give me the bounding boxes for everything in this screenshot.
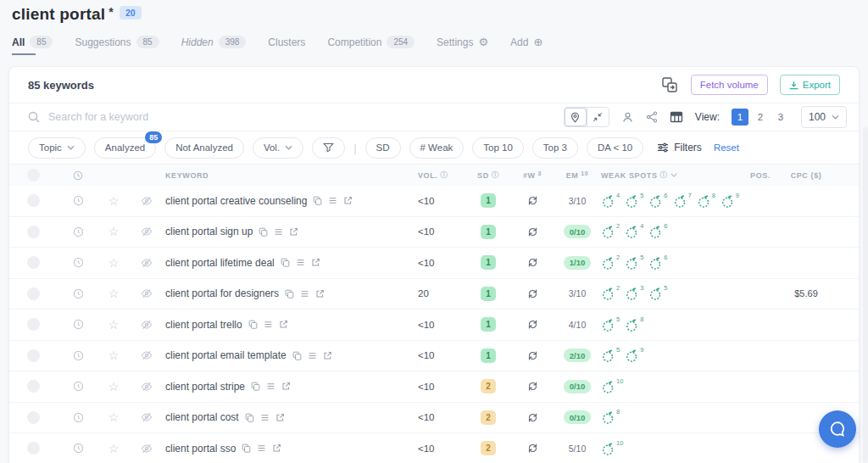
hide-icon[interactable] bbox=[141, 349, 153, 361]
weak-spot-fruit-icon[interactable]: 5 bbox=[601, 348, 620, 363]
serp-list-icon[interactable] bbox=[300, 289, 309, 298]
star-icon[interactable]: ☆ bbox=[108, 226, 120, 237]
serp-list-icon[interactable] bbox=[266, 382, 275, 391]
history-icon[interactable] bbox=[73, 288, 84, 299]
row-checkbox[interactable] bbox=[27, 226, 40, 238]
filter-chip-da-10[interactable]: DA < 10 bbox=[587, 137, 643, 159]
copy-icon[interactable] bbox=[242, 443, 251, 453]
weak-spot-fruit-icon[interactable]: 2 bbox=[601, 255, 620, 271]
weak-spot-fruit-icon[interactable]: 5 bbox=[625, 193, 643, 209]
export-button[interactable]: Export bbox=[780, 75, 840, 95]
history-icon[interactable] bbox=[73, 412, 84, 423]
col-header-weak-spots[interactable]: WEAK SPOTSⓘ bbox=[601, 170, 720, 181]
star-icon[interactable]: ☆ bbox=[108, 443, 120, 455]
filter-chip-funnel[interactable] bbox=[312, 137, 345, 159]
refresh-icon[interactable] bbox=[527, 443, 538, 454]
tab-settings[interactable]: Settings⚙ bbox=[437, 36, 488, 60]
star-icon[interactable]: ☆ bbox=[108, 195, 120, 207]
col-header-position[interactable]: POS. bbox=[720, 171, 771, 180]
star-icon[interactable]: ☆ bbox=[108, 319, 120, 331]
history-icon[interactable] bbox=[73, 443, 84, 454]
tab-competition[interactable]: Competition254 bbox=[327, 36, 415, 60]
copy-icon[interactable] bbox=[251, 382, 260, 391]
serp-list-icon[interactable] bbox=[274, 227, 283, 237]
external-link-icon[interactable] bbox=[272, 443, 281, 453]
hide-icon[interactable] bbox=[141, 443, 153, 455]
keyword-text[interactable]: client portal stripe bbox=[165, 381, 245, 393]
weak-spot-fruit-icon[interactable]: 5 bbox=[648, 286, 667, 301]
filter-chip-sd[interactable]: SD bbox=[365, 137, 401, 159]
keyword-text[interactable]: client portal cost bbox=[165, 411, 239, 423]
star-icon[interactable]: ☆ bbox=[108, 411, 120, 423]
hide-icon[interactable] bbox=[141, 319, 153, 331]
copy-icon[interactable] bbox=[285, 289, 294, 298]
bulk-fetch-icon[interactable] bbox=[660, 75, 679, 94]
row-checkbox[interactable] bbox=[27, 194, 40, 207]
star-icon[interactable]: ☆ bbox=[108, 287, 120, 299]
external-link-icon[interactable] bbox=[275, 413, 285, 422]
col-header-exact-match[interactable]: EM10 bbox=[554, 171, 601, 180]
col-header-volume[interactable]: VOL.ⓘ bbox=[418, 170, 465, 181]
tab-hidden[interactable]: Hidden398 bbox=[181, 36, 247, 60]
filter-chip-topic[interactable]: Topic bbox=[28, 137, 86, 159]
hide-icon[interactable] bbox=[141, 195, 153, 207]
serp-list-icon[interactable] bbox=[260, 413, 270, 422]
copy-icon[interactable] bbox=[313, 196, 322, 205]
search-input[interactable] bbox=[48, 111, 555, 123]
external-link-icon[interactable] bbox=[323, 351, 332, 360]
external-link-icon[interactable] bbox=[343, 196, 353, 205]
weak-spot-fruit-icon[interactable]: 8 bbox=[625, 317, 643, 332]
refresh-icon[interactable] bbox=[527, 226, 538, 237]
external-link-icon[interactable] bbox=[281, 382, 291, 391]
weak-spot-fruit-icon[interactable]: 4 bbox=[601, 193, 620, 209]
filter-chip-not-analyzed[interactable]: Not Analyzed bbox=[164, 137, 244, 159]
col-header-weak-count[interactable]: #W3 bbox=[511, 171, 554, 180]
chat-widget-button[interactable] bbox=[819, 410, 856, 448]
history-icon[interactable] bbox=[73, 350, 84, 361]
location-pin-button[interactable] bbox=[565, 108, 587, 126]
view-option-2[interactable]: 2 bbox=[752, 109, 769, 126]
weak-spot-fruit-icon[interactable]: 2 bbox=[601, 286, 620, 301]
table-columns-icon[interactable] bbox=[670, 110, 683, 124]
weak-spot-fruit-icon[interactable]: 5 bbox=[625, 255, 643, 271]
serp-list-icon[interactable] bbox=[257, 443, 266, 453]
weak-spot-fruit-icon[interactable]: 2 bbox=[601, 224, 620, 239]
user-icon[interactable] bbox=[621, 111, 634, 124]
row-checkbox[interactable] bbox=[27, 287, 40, 300]
history-icon[interactable] bbox=[73, 381, 84, 392]
fetch-volume-button[interactable]: Fetch volume bbox=[691, 75, 768, 95]
weak-spot-fruit-icon[interactable]: 7 bbox=[673, 193, 692, 209]
weak-spot-fruit-icon[interactable]: 5 bbox=[601, 317, 620, 332]
keyword-text[interactable]: client portal trello bbox=[165, 319, 242, 331]
hide-icon[interactable] bbox=[141, 226, 153, 237]
filter-chip-top-3[interactable]: Top 3 bbox=[532, 137, 578, 159]
keyword-text[interactable]: client portal sso bbox=[165, 443, 236, 455]
weak-spot-fruit-icon[interactable]: 8 bbox=[697, 193, 715, 209]
tab-clusters[interactable]: Clusters bbox=[268, 36, 305, 60]
tab-add[interactable]: Add⊕ bbox=[510, 36, 542, 60]
external-link-icon[interactable] bbox=[289, 227, 298, 237]
copy-icon[interactable] bbox=[245, 413, 254, 422]
keyword-text[interactable]: client portal lifetime deal bbox=[165, 257, 275, 269]
row-checkbox[interactable] bbox=[27, 442, 40, 455]
col-header-sd[interactable]: SDⓘ bbox=[465, 170, 511, 181]
hide-icon[interactable] bbox=[141, 287, 153, 299]
keyword-text[interactable]: client portal sign up bbox=[165, 226, 253, 237]
view-option-3[interactable]: 3 bbox=[772, 109, 789, 126]
weak-spot-fruit-icon[interactable]: 4 bbox=[625, 224, 643, 239]
refresh-icon[interactable] bbox=[527, 195, 538, 206]
external-link-icon[interactable] bbox=[311, 258, 320, 267]
weak-spot-fruit-icon[interactable]: 10 bbox=[601, 441, 623, 456]
weak-spot-fruit-icon[interactable]: 6 bbox=[648, 224, 667, 239]
weak-spot-fruit-icon[interactable]: 10 bbox=[601, 379, 623, 394]
col-header-cpc[interactable]: CPC ($) bbox=[771, 171, 842, 180]
keyword-text[interactable]: client portal for designers bbox=[165, 287, 279, 299]
view-option-1[interactable]: 1 bbox=[732, 109, 748, 126]
star-icon[interactable]: ☆ bbox=[108, 349, 120, 361]
star-icon[interactable]: ☆ bbox=[108, 257, 120, 269]
reset-filters-link[interactable]: Reset bbox=[714, 142, 739, 153]
weak-spot-fruit-icon[interactable]: 6 bbox=[648, 193, 667, 209]
weak-spot-fruit-icon[interactable]: 3 bbox=[625, 286, 643, 301]
hide-icon[interactable] bbox=[141, 257, 153, 269]
tab-suggestions[interactable]: Suggestions85 bbox=[75, 36, 159, 60]
